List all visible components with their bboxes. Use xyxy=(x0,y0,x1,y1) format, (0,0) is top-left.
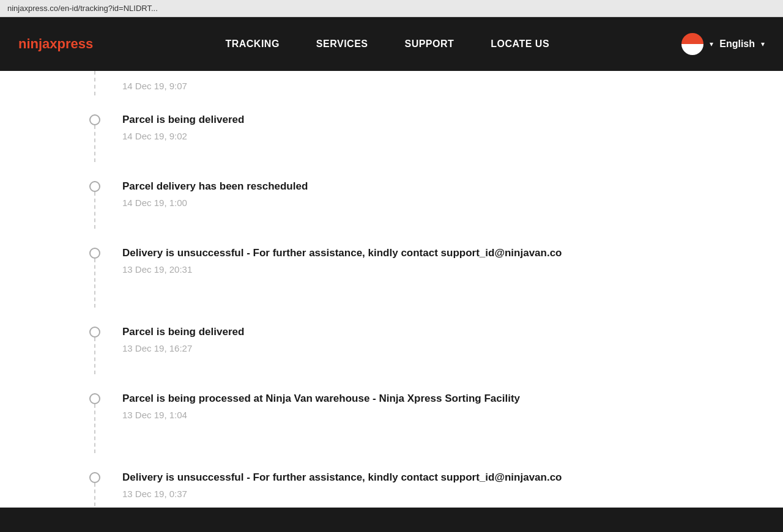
language-selector[interactable]: English xyxy=(719,39,755,50)
nav-services[interactable]: SERVICES xyxy=(316,39,368,50)
timeline-time-4: 13 Dec 19, 1:04 xyxy=(122,410,520,420)
timeline-connector-4 xyxy=(94,404,95,453)
timeline-time-5: 13 Dec 19, 0:37 xyxy=(122,489,562,499)
flag-white xyxy=(681,44,703,55)
timeline-title-2: Delivery is unsuccessful - For further a… xyxy=(122,246,562,260)
timeline-item: Parcel is being delivered 14 Dec 19, 9:0… xyxy=(86,95,783,162)
top-partial-time: 14 Dec 19, 9:07 xyxy=(122,71,187,91)
timeline-content-5: Delivery is unsuccessful - For further a… xyxy=(122,470,562,505)
timeline-time-0: 14 Dec 19, 9:02 xyxy=(122,131,244,141)
timeline-content-4: Parcel is being processed at Ninja Van w… xyxy=(122,391,520,426)
nav-links: TRACKING SERVICES SUPPORT LOCATE US xyxy=(111,39,663,50)
nav-locate-us[interactable]: LOCATE US xyxy=(491,39,549,50)
timeline-dot-2 xyxy=(89,248,100,259)
timeline-title-0: Parcel is being delivered xyxy=(122,113,244,127)
timeline-connector-1 xyxy=(94,192,95,229)
timeline: Parcel is being delivered 14 Dec 19, 9:0… xyxy=(0,95,783,532)
brand-logo[interactable]: ninjaxpress xyxy=(0,36,111,52)
timeline-time-1: 14 Dec 19, 1:00 xyxy=(122,198,308,208)
nav-right: ▾ English ▾ xyxy=(663,33,783,55)
timeline-connector-0 xyxy=(94,125,95,162)
timeline-title-5: Delivery is unsuccessful - For further a… xyxy=(122,470,562,485)
nav-tracking[interactable]: TRACKING xyxy=(225,39,279,50)
timeline-dot-5 xyxy=(89,472,100,483)
timeline-content-0: Parcel is being delivered 14 Dec 19, 9:0… xyxy=(122,113,244,147)
url-text: ninjaxpress.co/en-id/tracking?id=NLIDRT.… xyxy=(7,4,158,13)
lang-chevron: ▾ xyxy=(761,40,765,48)
timeline-content-2: Delivery is unsuccessful - For further a… xyxy=(122,246,562,281)
timeline-title-3: Parcel is being delivered xyxy=(122,325,244,339)
timeline-item: Parcel is being processed at Ninja Van w… xyxy=(86,374,783,453)
timeline-connector-2 xyxy=(94,259,95,308)
timeline-connector-3 xyxy=(94,338,95,374)
timeline-item: Parcel is being delivered 13 Dec 19, 16:… xyxy=(86,308,783,374)
footer-bar xyxy=(0,508,783,532)
timeline-item: Parcel delivery has been rescheduled 14 … xyxy=(86,162,783,229)
timeline-line-2 xyxy=(86,246,104,308)
timeline-dot-4 xyxy=(89,393,100,404)
timeline-content-3: Parcel is being delivered 13 Dec 19, 16:… xyxy=(122,325,244,360)
timeline-line-0 xyxy=(86,113,104,162)
flag-red xyxy=(681,33,703,44)
timeline-title-1: Parcel delivery has been rescheduled xyxy=(122,179,308,194)
timeline-time-2: 13 Dec 19, 20:31 xyxy=(122,264,562,275)
main-content: 14 Dec 19, 9:07 Parcel is being delivere… xyxy=(0,71,783,532)
timeline-time-3: 13 Dec 19, 16:27 xyxy=(122,343,244,353)
timeline-line-4 xyxy=(86,391,104,453)
timeline-dot-1 xyxy=(89,181,100,192)
indonesia-flag xyxy=(681,33,703,55)
timeline-line-3 xyxy=(86,325,104,374)
timeline-line-1 xyxy=(86,179,104,229)
address-bar: ninjaxpress.co/en-id/tracking?id=NLIDRT.… xyxy=(0,0,783,17)
brand-text: ninjaxpress xyxy=(18,36,93,51)
navbar: ninjaxpress TRACKING SERVICES SUPPORT LO… xyxy=(0,17,783,71)
timeline-content-1: Parcel delivery has been rescheduled 14 … xyxy=(122,179,308,214)
flag-chevron: ▾ xyxy=(710,40,713,48)
top-partial-item: 14 Dec 19, 9:07 xyxy=(0,71,783,95)
timeline-dot-3 xyxy=(89,327,100,338)
timeline-item: Delivery is unsuccessful - For further a… xyxy=(86,229,783,308)
nav-support[interactable]: SUPPORT xyxy=(404,39,454,50)
timeline-dot-0 xyxy=(89,114,100,125)
timeline-title-4: Parcel is being processed at Ninja Van w… xyxy=(122,391,520,406)
